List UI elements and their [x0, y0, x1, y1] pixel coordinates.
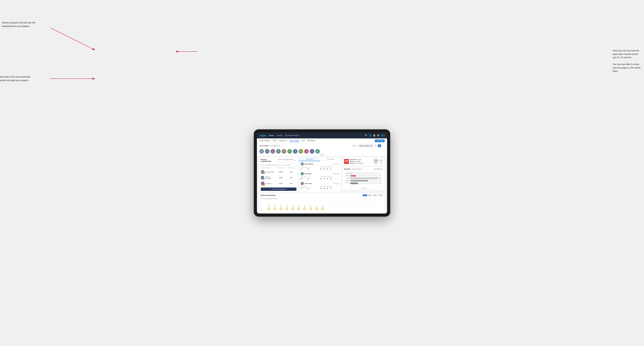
app-filter-btn[interactable]: APP: [368, 194, 372, 196]
show-select[interactable]: Last 3 months Last 6 months Last year: [358, 144, 373, 147]
edit-icon[interactable]: ✏️: [278, 145, 280, 147]
lb-name-3: Cameron...: [266, 183, 272, 184]
lb-player-2: E 2 Edward Crossman: [261, 176, 276, 180]
subnav-hcaps[interactable]: Hcaps 1-5: [279, 140, 287, 142]
nav-my-performance[interactable]: My Performance: [285, 134, 300, 137]
people-icon[interactable]: 👤: [369, 134, 372, 137]
nav-items: Home Teams My Performance: [268, 134, 365, 137]
gold-badge-1: 1: [263, 173, 265, 174]
scoring-title: Scoring: [344, 168, 350, 170]
lb-score-3: 17/20: [276, 183, 286, 184]
show-label: Show:: [352, 145, 357, 147]
player-avatar-2[interactable]: E: [265, 149, 270, 154]
leaderboard-title: Practice Leaderboards: [261, 159, 277, 162]
svg-line-0: [51, 28, 94, 50]
birdies-val: 96: [379, 175, 383, 176]
activity-player-1: B Blair McHarg: [301, 162, 313, 166]
add-team-button[interactable]: Add Team: [375, 140, 385, 142]
player-avatar-4[interactable]: B: [276, 149, 281, 154]
subnav-tour[interactable]: Tour: [302, 140, 305, 142]
bogeys-bar: [350, 180, 368, 181]
eagles-bar-wrap: [350, 173, 378, 174]
sort-btn[interactable]: ↕: [382, 144, 385, 147]
grid-view-btn[interactable]: ⊞: [374, 144, 377, 147]
tab-most-active[interactable]: Most Active: [299, 158, 320, 161]
yds-circle: 16: [374, 159, 378, 163]
subnav-team-clippd[interactable]: Team Clippd: [289, 140, 299, 142]
putt-filter-btn[interactable]: PUTT: [378, 194, 383, 196]
player-avatar-7[interactable]: G: [293, 149, 298, 154]
bottom-section: Best Round Streaks OTT APP ARG PUTT Off …: [257, 193, 387, 213]
team-name: Team Clippd: [259, 145, 268, 147]
tab-least-active[interactable]: Least Active: [320, 158, 341, 161]
ott-stat-1: OTT 0: [320, 167, 323, 170]
search-icon[interactable]: 🔍: [365, 134, 368, 137]
settings-icon[interactable]: ⚙️: [377, 134, 380, 137]
players-count-val: 14 Players: [270, 145, 278, 147]
lb-table-header: PLAYER NAME PB SCORE PB AVG SQ: [259, 167, 298, 169]
scoring-card: Scoring Par 3, 4 & 5s ▾ All Players ▾ Ea…: [343, 167, 385, 190]
birdies-label: Birdies: [344, 175, 350, 176]
pars-bar: [350, 177, 378, 179]
shot-dist-val: 198: [344, 160, 348, 162]
activity-stats-1: Total Rounds Tournament 7 Practice 6: [301, 166, 340, 170]
player-avatar-9[interactable]: I: [304, 149, 309, 154]
activity-item-3: J Josh Coles 26 Aug 2023 Total Rounds To…: [299, 181, 341, 191]
lb-row-1[interactable]: R 1 Richard Butler 19/20 110: [259, 169, 298, 175]
streak-dot-6: 4x: [298, 205, 300, 210]
player-avatar-3[interactable]: C: [270, 149, 275, 154]
subnav-pgat[interactable]: PGAT Players: [259, 140, 270, 142]
streak-dot-5: 5x: [292, 205, 294, 210]
player-avatar-10[interactable]: J: [310, 149, 314, 154]
streak-dot-7: 4x: [304, 205, 306, 210]
player-avatar-1[interactable]: R: [259, 149, 264, 154]
total-rounds-section-3: Total Rounds Tournament 7 Practice 2: [301, 185, 320, 189]
total-rounds-section-2: Total Rounds Tournament 8 Practice 4: [301, 176, 320, 180]
chart-row-birdies: Birdies 96: [344, 175, 383, 177]
activity-player-2: R Rees Britt: [301, 172, 311, 175]
view-leaderboard-button[interactable]: View Full Leaderboard: [261, 187, 296, 191]
arg-filter-btn[interactable]: ARG: [373, 194, 378, 196]
lb-row-2[interactable]: E 2 Edward Crossman 18/20 107: [259, 175, 298, 181]
activity-avatar-2: R: [301, 172, 304, 175]
par-filter[interactable]: Par 3, 4 & 5s ▾: [351, 168, 362, 170]
player-avatar-5[interactable]: D: [282, 149, 286, 154]
activity-stats-2: Total Rounds Tournament 8 Practice 4: [301, 176, 340, 180]
team-header: Team Clippd | 14 Players ✏️ Show: Last 3…: [257, 143, 387, 148]
streak-dot-9: 3x: [315, 206, 318, 210]
bell-icon[interactable]: 🔔: [373, 134, 376, 137]
right-column: 198 sc Shot Dist: 16 yds Start Lie: Roug…: [343, 158, 385, 192]
user-menu[interactable]: 👤▾: [381, 134, 385, 137]
practice-activities-section-1: Total Practice Activities OTT 0 APP 0: [320, 166, 340, 170]
activity-name-3: Josh Coles: [304, 183, 312, 184]
player-avatar-8[interactable]: H: [298, 149, 303, 154]
pars-val: 499: [379, 177, 383, 179]
nav-home[interactable]: Home: [268, 134, 274, 137]
activity-avatar-3: J: [301, 182, 304, 185]
practice-stat-1: Practice 6: [308, 167, 312, 170]
leaderboard-filter[interactable]: PUTT Must Make Putting ... ▾: [277, 159, 296, 162]
activity-date-3: 26 Aug 2023: [333, 183, 340, 184]
leaderboard-header: Practice Leaderboards PUTT Must Make Put…: [259, 158, 298, 164]
arg-stat-1: ARG 0: [327, 167, 329, 170]
streaks-header: Best Round Streaks OTT APP ARG PUTT: [259, 193, 385, 197]
streak-dots-row: 7x 6x 6x: [268, 203, 383, 210]
yds-label: yds: [374, 163, 378, 164]
subnav-pga[interactable]: PGA: [273, 140, 276, 142]
logo: clippd: [259, 134, 266, 137]
annotation-bottom-left: See who is the most and least active amo…: [0, 75, 35, 82]
total-rounds-section-1: Total Rounds Tournament 7 Practice 6: [301, 166, 320, 170]
zero-circle: 0: [379, 159, 383, 163]
ott-filter-btn[interactable]: OTT: [362, 194, 367, 196]
all-players-filter[interactable]: All Players ▾: [374, 168, 383, 170]
subnav-all-players[interactable]: All Players: [307, 140, 316, 142]
lb-row-3[interactable]: C 3 Cameron... 17/20 103: [259, 181, 298, 186]
player-avatar-11[interactable]: K: [315, 149, 320, 154]
chart-row-bogeys: Bogeys 311: [344, 180, 383, 181]
list-view-btn[interactable]: ≡: [378, 144, 381, 147]
y-axis-label: % Fairway Accuracy: [261, 201, 262, 211]
lb-avg-2: 107: [286, 177, 296, 178]
player-avatar-6[interactable]: F: [287, 149, 292, 154]
shot-circles: 16 yds 0 yds: [374, 159, 383, 164]
nav-teams[interactable]: Teams: [276, 134, 283, 137]
